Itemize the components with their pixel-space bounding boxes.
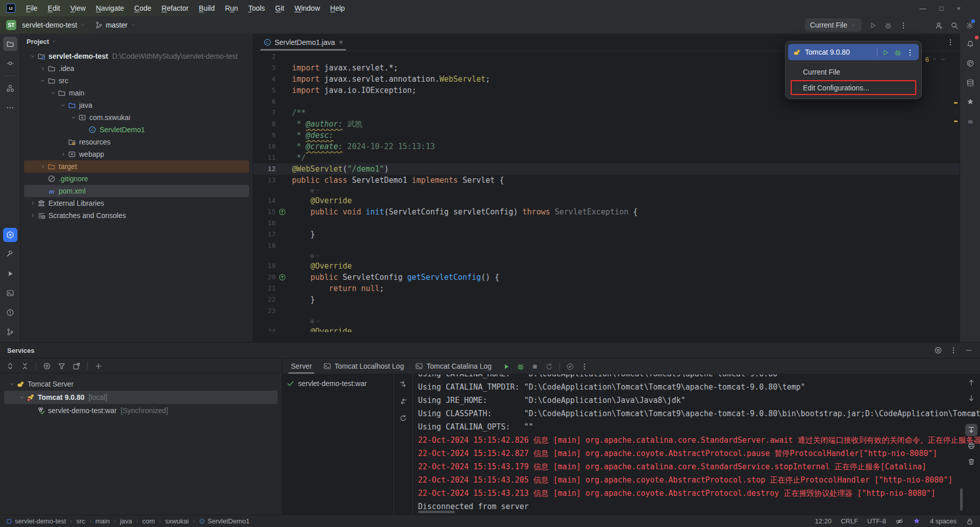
run-config-item-selected[interactable]: Tomcat 9.0.80 bbox=[788, 44, 919, 60]
horizontal-scrollbar[interactable] bbox=[418, 511, 455, 513]
tab-tomcat-localhost-log[interactable]: Tomcat Localhost Log bbox=[317, 358, 409, 374]
tab-tomcat-catalina-log[interactable]: Tomcat Catalina Log bbox=[409, 358, 497, 374]
sidebar-item-more-tool-windows[interactable] bbox=[3, 101, 17, 115]
status-highlighting-level[interactable] bbox=[895, 517, 903, 525]
sidebar-item-run[interactable] bbox=[3, 267, 17, 281]
rerun-server-button[interactable] bbox=[545, 362, 553, 370]
tree-row[interactable]: Scratches and Consoles bbox=[24, 209, 249, 222]
project-panel-header[interactable]: Project bbox=[20, 34, 253, 49]
sidebar-item-build[interactable] bbox=[3, 247, 17, 261]
tree-row[interactable]: CServletDemo1 bbox=[24, 124, 249, 136]
menu-window[interactable]: Window bbox=[290, 2, 325, 14]
print-button[interactable] bbox=[965, 440, 977, 452]
code-with-me-button[interactable] bbox=[935, 20, 943, 29]
breadcrumb[interactable]: servlet-demo-testsrcmainjavacomsxwukaiCS… bbox=[6, 517, 250, 525]
inlay-hint[interactable] bbox=[253, 317, 960, 326]
overriding-method-icon[interactable] bbox=[278, 273, 286, 281]
run-server-button[interactable] bbox=[502, 362, 510, 370]
filter-button[interactable] bbox=[58, 361, 66, 370]
sidebar-item-version-control[interactable] bbox=[3, 325, 17, 339]
vertical-scrollbar[interactable] bbox=[960, 488, 963, 511]
tree-row[interactable]: webapp bbox=[24, 148, 249, 160]
window-minimize-button[interactable]: — bbox=[920, 5, 926, 12]
status-indent-style[interactable]: 4 spaces bbox=[930, 517, 957, 525]
sidebar-item-terminal[interactable] bbox=[3, 286, 17, 300]
breadcrumb-item[interactable]: ServletDemo1 bbox=[208, 517, 250, 525]
tree-row[interactable]: com.sxwukai bbox=[24, 111, 249, 124]
menu-run[interactable]: Run bbox=[220, 2, 243, 14]
breadcrumb-item[interactable]: main bbox=[95, 517, 110, 525]
more-run-actions-button[interactable] bbox=[899, 20, 908, 29]
tree-row[interactable]: main bbox=[24, 87, 249, 99]
editor-tab[interactable]: C ServletDemo1.java × bbox=[258, 34, 348, 51]
popup-more-button[interactable] bbox=[906, 47, 914, 56]
status-file-encoding[interactable]: UTF-8 bbox=[867, 517, 886, 525]
sidebar-item-maven[interactable]: m bbox=[963, 114, 977, 129]
branch-switcher[interactable]: master bbox=[91, 19, 140, 31]
status-line-separator[interactable]: CRLF bbox=[841, 517, 858, 525]
hide-button[interactable] bbox=[965, 346, 973, 355]
tree-row[interactable]: target bbox=[24, 160, 249, 173]
app-logo-icon[interactable]: IJ bbox=[6, 4, 15, 13]
debug-button[interactable] bbox=[884, 20, 892, 29]
deploy-all-button[interactable] bbox=[399, 379, 407, 388]
next-message-button[interactable] bbox=[965, 392, 977, 404]
breadcrumb-item[interactable]: com bbox=[142, 517, 155, 525]
status-write-access[interactable] bbox=[966, 517, 974, 525]
tree-row[interactable]: .gitignore bbox=[24, 173, 249, 185]
more-options-button[interactable] bbox=[949, 346, 958, 355]
status-caret-position[interactable]: 12:20 bbox=[815, 517, 832, 525]
close-tab-icon[interactable]: × bbox=[339, 38, 343, 46]
menu-navigate[interactable]: Navigate bbox=[91, 2, 129, 14]
inlay-hint[interactable] bbox=[253, 186, 960, 195]
server-console[interactable]: Using CATALINA_HOME: "D:\CodeApplication… bbox=[413, 374, 980, 515]
stop-server-button[interactable] bbox=[531, 362, 539, 370]
tree-row[interactable]: mpom.xml bbox=[24, 185, 249, 197]
menu-view[interactable]: View bbox=[66, 2, 90, 14]
status-plugin-status[interactable] bbox=[913, 517, 921, 525]
service-tree-row[interactable]: servlet-demo-test:war[Synchronized] bbox=[4, 404, 278, 417]
tree-row[interactable]: src bbox=[24, 75, 249, 87]
breadcrumb-item[interactable]: java bbox=[120, 517, 132, 525]
search-everywhere-button[interactable] bbox=[950, 20, 959, 29]
sidebar-item-plugin[interactable] bbox=[963, 95, 977, 109]
tab-server[interactable]: Server bbox=[285, 358, 317, 374]
sidebar-item-database[interactable] bbox=[963, 76, 977, 90]
run-button[interactable] bbox=[869, 20, 877, 29]
breadcrumb-item[interactable]: servlet-demo-test bbox=[15, 517, 66, 525]
tab-options-button[interactable] bbox=[946, 38, 954, 46]
menu-refactor[interactable]: Refactor bbox=[157, 2, 193, 14]
settings-button[interactable] bbox=[966, 20, 974, 29]
window-close-button[interactable]: × bbox=[957, 5, 961, 12]
open-each-in-new-tab-button[interactable] bbox=[72, 361, 81, 370]
collapse-all-button[interactable] bbox=[21, 361, 29, 370]
service-tree-row[interactable]: Tomcat 9.0.80[local] bbox=[4, 391, 278, 404]
tree-row[interactable]: External Libraries bbox=[24, 197, 249, 209]
debug-server-button[interactable] bbox=[517, 362, 525, 370]
sidebar-item-commit[interactable] bbox=[3, 56, 17, 70]
menu-code[interactable]: Code bbox=[130, 2, 156, 14]
menu-git[interactable]: Git bbox=[271, 2, 289, 14]
window-maximize-button[interactable]: □ bbox=[940, 5, 944, 12]
soft-wrap-button[interactable] bbox=[965, 408, 977, 420]
project-switcher[interactable]: servlet-demo-test bbox=[18, 19, 89, 31]
inlay-hint[interactable] bbox=[253, 251, 960, 260]
tree-row[interactable]: java bbox=[24, 99, 249, 111]
breadcrumb-item[interactable]: sxwukai bbox=[165, 517, 188, 525]
sidebar-item-project[interactable] bbox=[3, 37, 17, 51]
expand-all-button[interactable] bbox=[6, 361, 14, 370]
menu-tools[interactable]: Tools bbox=[243, 2, 270, 14]
warning-stripe-mark[interactable] bbox=[954, 121, 958, 122]
sidebar-item-structure[interactable] bbox=[3, 81, 17, 95]
scroll-to-end-button[interactable] bbox=[965, 424, 977, 436]
tree-row[interactable]: servlet-demo-testD:\CodeWithMyStudy\serv… bbox=[24, 50, 249, 62]
clear-all-button[interactable] bbox=[965, 456, 977, 468]
menu-edit[interactable]: Edit bbox=[43, 2, 65, 14]
popup-run-button[interactable] bbox=[881, 47, 890, 56]
popup-item-edit-configurations-[interactable]: Edit Configurations... bbox=[791, 80, 916, 95]
popup-item-current-file[interactable]: Current File bbox=[788, 65, 919, 79]
refresh-deployments-button[interactable] bbox=[399, 414, 407, 422]
deployment-item[interactable]: servlet-demo-test:war bbox=[286, 379, 389, 388]
sidebar-item-notifications[interactable] bbox=[963, 37, 977, 51]
sidebar-item-ai-assistant[interactable] bbox=[963, 56, 977, 70]
